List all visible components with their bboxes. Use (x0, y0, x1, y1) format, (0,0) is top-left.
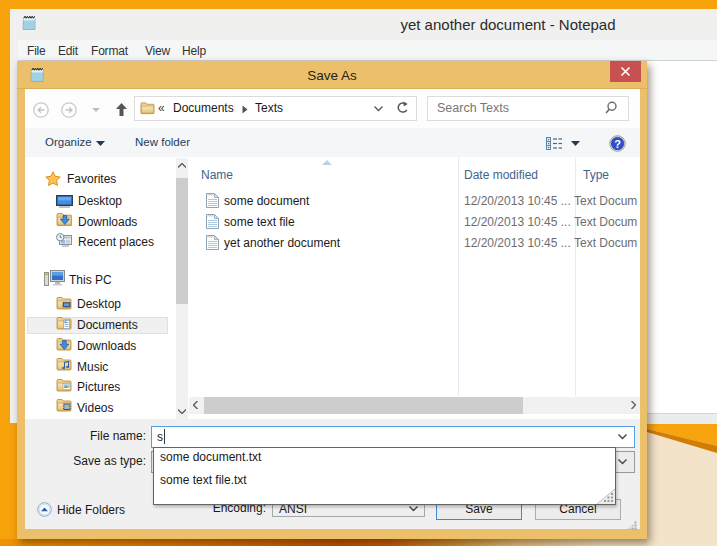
svg-text:?: ? (614, 138, 621, 150)
